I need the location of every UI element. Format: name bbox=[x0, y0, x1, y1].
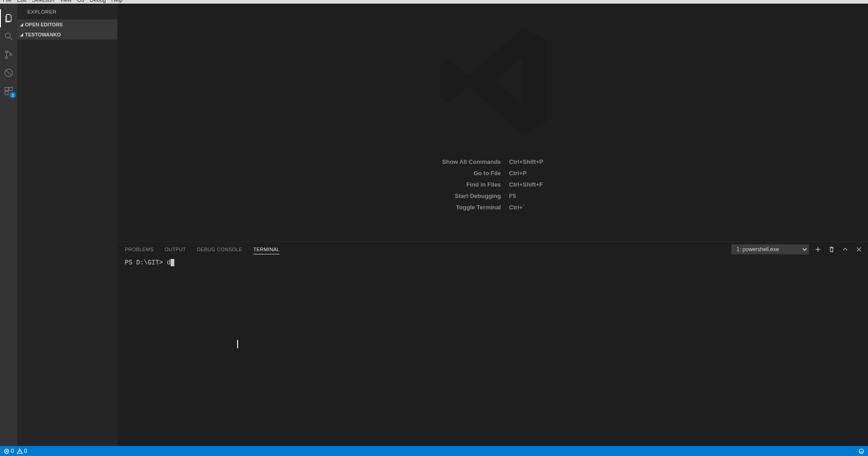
close-icon bbox=[856, 246, 862, 253]
status-warning-count: 0 bbox=[24, 448, 27, 454]
sidebar-section-label: OPEN EDITORS bbox=[25, 22, 63, 27]
svg-rect-6 bbox=[9, 87, 12, 91]
shortcut-label: Find in Files bbox=[442, 181, 501, 188]
vscode-logo-icon bbox=[434, 22, 552, 140]
shortcut-label: Go to File bbox=[442, 170, 501, 177]
error-icon bbox=[4, 448, 10, 454]
panel-actions: 1: powershell.exe bbox=[731, 244, 868, 254]
shortcut-label: Toggle Terminal bbox=[442, 204, 501, 211]
close-panel-button[interactable] bbox=[854, 245, 863, 254]
sidebar-section-folder[interactable]: ◢ TESTOWANKO bbox=[17, 30, 117, 40]
smiley-icon bbox=[858, 448, 864, 454]
source-control-icon bbox=[4, 50, 14, 60]
svg-rect-7 bbox=[5, 91, 8, 95]
shortcut-key: Ctrl+P bbox=[509, 170, 543, 177]
chevron-up-icon bbox=[842, 246, 848, 253]
menu-file[interactable]: File bbox=[3, 0, 11, 3]
shortcut-key: F5 bbox=[509, 193, 543, 199]
menu-selection[interactable]: Selection bbox=[32, 0, 54, 3]
menu-debug[interactable]: Debug bbox=[90, 0, 106, 3]
terminal-selector[interactable]: 1: powershell.exe bbox=[731, 244, 809, 254]
activity-search[interactable] bbox=[0, 27, 17, 46]
tab-problems[interactable]: PROBLEMS bbox=[125, 245, 154, 254]
svg-point-9 bbox=[859, 449, 864, 453]
editor-empty-state: Show All Commands Ctrl+Shift+P Go to Fil… bbox=[117, 4, 868, 241]
svg-rect-5 bbox=[5, 87, 8, 91]
shortcut-label: Show All Commands bbox=[442, 158, 501, 165]
activity-bar: 2 bbox=[0, 4, 17, 446]
terminal-cursor bbox=[171, 259, 174, 266]
plus-icon bbox=[815, 246, 821, 253]
warning-icon bbox=[17, 448, 23, 454]
trash-icon bbox=[828, 246, 835, 253]
text-cursor-icon bbox=[237, 340, 238, 348]
menu-view[interactable]: View bbox=[60, 0, 71, 3]
svg-point-2 bbox=[5, 56, 8, 59]
tab-terminal[interactable]: TERMINAL bbox=[253, 245, 279, 254]
shortcut-label: Start Debugging bbox=[442, 193, 501, 199]
activity-debug[interactable] bbox=[0, 64, 17, 82]
sidebar-title: EXPLORER bbox=[17, 4, 117, 20]
files-icon bbox=[4, 13, 14, 23]
status-errors[interactable]: 0 bbox=[4, 448, 14, 454]
activity-scm[interactable] bbox=[0, 46, 17, 64]
panel-tabs: PROBLEMS OUTPUT DEBUG CONSOLE TERMINAL 1… bbox=[117, 242, 868, 257]
activity-extensions[interactable]: 2 bbox=[0, 82, 17, 100]
tab-debug-console[interactable]: DEBUG CONSOLE bbox=[197, 245, 243, 254]
chevron-down-icon: ◢ bbox=[20, 22, 23, 27]
bug-icon bbox=[4, 68, 14, 78]
menubar[interactable]: File Edit Selection View Go Debug Help bbox=[0, 0, 868, 4]
status-bar: 0 0 bbox=[0, 446, 868, 456]
tab-output[interactable]: OUTPUT bbox=[165, 245, 186, 254]
kill-terminal-button[interactable] bbox=[827, 245, 836, 254]
welcome-shortcuts: Show All Commands Ctrl+Shift+P Go to Fil… bbox=[442, 158, 543, 211]
sidebar-section-open-editors[interactable]: ◢ OPEN EDITORS bbox=[17, 20, 117, 30]
chevron-down-icon: ◢ bbox=[20, 32, 23, 37]
extensions-badge: 2 bbox=[10, 92, 16, 98]
terminal-prompt: PS D:\GIT> d bbox=[125, 259, 171, 266]
svg-point-0 bbox=[5, 33, 10, 38]
svg-point-3 bbox=[10, 54, 12, 56]
panel: PROBLEMS OUTPUT DEBUG CONSOLE TERMINAL 1… bbox=[117, 241, 868, 446]
status-warnings[interactable]: 0 bbox=[17, 448, 27, 454]
shortcut-key: Ctrl+` bbox=[509, 204, 543, 211]
editor-group: Show All Commands Ctrl+Shift+P Go to Fil… bbox=[117, 4, 868, 446]
menu-edit[interactable]: Edit bbox=[17, 0, 26, 3]
status-error-count: 0 bbox=[11, 448, 14, 454]
menu-go[interactable]: Go bbox=[77, 0, 84, 3]
activity-explorer[interactable] bbox=[0, 9, 17, 27]
shortcut-key: Ctrl+Shift+P bbox=[509, 158, 543, 165]
shortcut-key: Ctrl+Shift+F bbox=[509, 181, 543, 188]
status-feedback[interactable] bbox=[858, 448, 864, 454]
menu-help[interactable]: Help bbox=[112, 0, 123, 3]
svg-point-1 bbox=[5, 51, 8, 53]
terminal[interactable]: PS D:\GIT> d bbox=[117, 257, 868, 446]
sidebar: EXPLORER ◢ OPEN EDITORS ◢ TESTOWANKO bbox=[17, 4, 117, 446]
search-icon bbox=[4, 31, 14, 41]
new-terminal-button[interactable] bbox=[813, 245, 822, 254]
maximize-panel-button[interactable] bbox=[841, 245, 850, 254]
sidebar-section-label: TESTOWANKO bbox=[25, 32, 61, 37]
